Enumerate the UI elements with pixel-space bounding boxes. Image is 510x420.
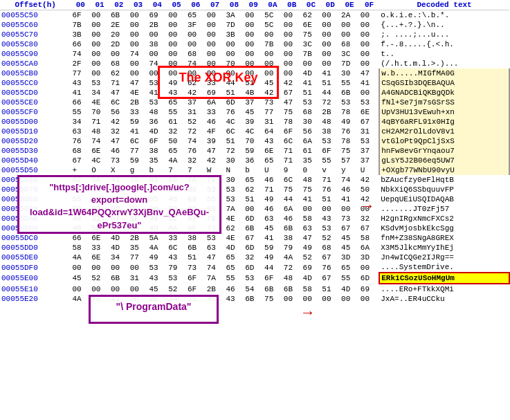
byte-cell: 00 [244,30,263,39]
byte-cell: 76 [320,262,340,273]
offset-cell: 00055C80 [0,39,71,49]
byte-cell: 58 [71,243,90,253]
byte-cell: 48 [320,117,340,127]
byte-cell: 00 [109,204,129,214]
byte-cell: 32 [167,127,186,136]
byte-cell: 53 [147,78,167,88]
byte-cell: 00 [129,30,148,39]
byte-cell: 46 [340,185,359,194]
byte-cell: 00 [320,204,340,214]
table-row: 00055D0034714259366152464C39317830484967… [0,117,509,127]
decoded-cell: vtGloPt9QpCljSxS [379,136,509,146]
byte-cell: 57 [340,156,359,165]
byte-cell: b [147,165,167,175]
byte-cell: 6F [186,273,206,284]
byte-cell: 00 [263,49,282,59]
byte-cell: 37 [359,146,379,156]
byte-cell: 4C [244,127,263,136]
byte-cell: 00 [109,284,129,294]
table-row: 00055C703B002000000000003B00000075000000… [0,30,509,39]
byte-cell: 41 [302,194,321,204]
byte-cell: 4F [206,127,225,136]
offset-cell: 00055D70 [0,185,71,194]
table-row: 00055DD058334D354A6C6B634D6D59794968456A… [0,243,509,253]
byte-cell: W [206,165,225,175]
offset-cell: 00055E20 [0,294,71,304]
byte-cell: 42 [282,78,302,88]
byte-cell: 00 [206,69,225,78]
byte-cell: 6B [282,284,302,294]
byte-cell: 6D [244,243,263,253]
byte-cell: 41 [359,78,379,88]
byte-cell: 43 [167,253,186,262]
byte-cell: 53 [244,273,263,284]
byte-cell: 69 [302,262,321,273]
byte-cell: 00 [206,59,225,69]
byte-cell: 4B [244,88,263,98]
byte-cell: 69 [359,284,379,294]
byte-cell: 79 [167,262,186,273]
byte-cell: 78 [282,117,302,127]
table-row: 00055DB04B5364764D6A6F73626B456B63536767… [0,223,509,233]
byte-cell: 47 [302,233,321,243]
byte-cell: 42 [359,175,379,185]
byte-cell: 45 [167,194,186,204]
byte-cell: 47 [206,253,225,262]
byte-cell: 56 [302,127,321,136]
offset-cell: 00055DF0 [0,262,71,273]
byte-cell: 00 [244,204,263,214]
col-01: 01 [90,0,109,10]
byte-cell: 7D [340,59,359,69]
byte-cell: 2B [147,20,167,30]
byte-cell: 00 [90,39,109,49]
byte-cell: 3B [71,30,90,39]
byte-cell: 41 [71,88,90,98]
byte-cell: 48 [71,214,90,223]
byte-cell: 49 [147,214,167,223]
byte-cell: 00 [90,69,109,78]
byte-cell: 45 [71,273,90,284]
byte-cell: 45 [244,107,263,117]
byte-cell: 00 [90,49,109,59]
byte-cell: O [90,165,109,175]
byte-cell: 0 [302,165,321,175]
byte-cell: 37 [186,98,206,107]
byte-cell: 41 [340,194,359,204]
byte-cell: 48 [302,175,321,185]
byte-cell: 69 [206,88,225,98]
byte-cell: 6F [320,146,340,156]
byte-cell: 35 [147,156,167,165]
byte-cell: 4E [129,88,148,98]
byte-cell: 58 [302,284,321,294]
byte-cell: 77 [129,146,148,156]
byte-cell: 6E [90,146,109,156]
byte-cell: 00 [302,59,321,69]
byte-cell: 76 [225,107,244,117]
byte-cell: 4C [90,156,109,165]
byte-cell: 63 [147,175,167,185]
byte-cell: 31 [186,107,206,117]
byte-cell: 46 [225,284,244,294]
byte-cell: 00 [320,49,340,59]
byte-cell: 7A [206,273,225,284]
byte-cell: 71 [282,156,302,165]
byte-cell: 70 [225,59,244,69]
byte-cell: 2B [129,233,148,243]
byte-cell: 6A [359,243,379,253]
byte-cell: 43 [206,294,225,304]
byte-cell: 00 [340,30,359,39]
byte-cell: 65 [186,10,206,21]
byte-cell: 6F [186,284,206,294]
byte-cell: 30 [340,69,359,78]
byte-cell: 67 [340,223,359,233]
table-row: 00055D10634832414D32724F6C4C646F56387631… [0,127,509,136]
byte-cell: 49 [167,78,186,88]
byte-cell: 62 [186,78,206,88]
byte-cell: 52 [90,273,109,284]
col-00: 00 [71,0,90,10]
byte-cell: 6E [129,214,148,223]
byte-cell: 43 [167,88,186,98]
byte-cell: 7 [186,165,206,175]
byte-cell: 47 [129,78,148,88]
byte-cell: 4A [167,156,186,165]
